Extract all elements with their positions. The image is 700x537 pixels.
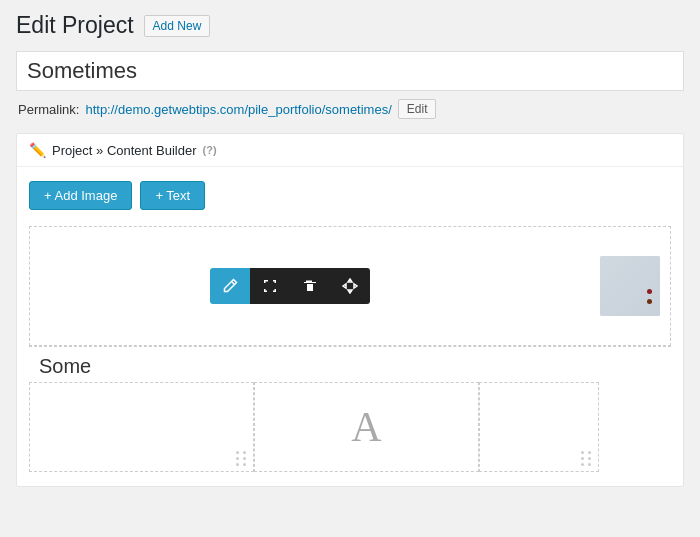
page-header: Edit Project Add New <box>16 12 684 39</box>
help-icon[interactable]: (?) <box>203 144 217 156</box>
trash-icon <box>303 278 317 294</box>
pencil-icon <box>222 278 238 294</box>
section-title: Some <box>29 347 671 382</box>
grid-cell-3 <box>479 382 599 472</box>
float-delete-button[interactable] <box>290 268 330 304</box>
grid-cell-1 <box>29 382 254 472</box>
title-box <box>16 51 684 91</box>
edit-icon: ✏️ <box>29 142 46 158</box>
add-text-button[interactable]: + Text <box>140 181 205 210</box>
permalink-row: Permalink: http://demo.getwebtips.com/pi… <box>16 99 684 119</box>
canvas-area <box>29 226 671 346</box>
image-thumbnail <box>600 256 660 316</box>
float-move-button[interactable] <box>330 268 370 304</box>
move-icon <box>342 278 358 294</box>
below-canvas-section: Some A <box>29 346 671 472</box>
metabox-body: + Add Image + Text <box>17 167 683 486</box>
metabox-title-bar: ✏️ Project » Content Builder (?) <box>17 134 683 167</box>
permalink-link[interactable]: http://demo.getwebtips.com/pile_portfoli… <box>85 102 391 117</box>
add-new-button[interactable]: Add New <box>144 15 211 37</box>
add-image-button[interactable]: + Add Image <box>29 181 132 210</box>
grid-cell-2: A <box>254 382 479 472</box>
grid-row: A <box>29 382 671 472</box>
project-title-input[interactable] <box>27 58 673 84</box>
breadcrumb: Project » Content Builder <box>52 143 197 158</box>
page-title: Edit Project <box>16 12 134 39</box>
float-fullscreen-button[interactable] <box>250 268 290 304</box>
fullscreen-icon <box>262 278 278 294</box>
page-wrapper: Edit Project Add New Permalink: http://d… <box>0 0 700 537</box>
text-type-icon: A <box>351 403 381 451</box>
content-toolbar: + Add Image + Text <box>29 181 671 210</box>
drag-handle-3 <box>581 451 592 466</box>
content-builder-metabox: ✏️ Project » Content Builder (?) + Add I… <box>16 133 684 487</box>
drag-handle-1 <box>236 451 247 466</box>
float-edit-button[interactable] <box>210 268 250 304</box>
floating-toolbar <box>210 268 370 304</box>
permalink-label: Permalink: <box>18 102 79 117</box>
permalink-edit-button[interactable]: Edit <box>398 99 437 119</box>
